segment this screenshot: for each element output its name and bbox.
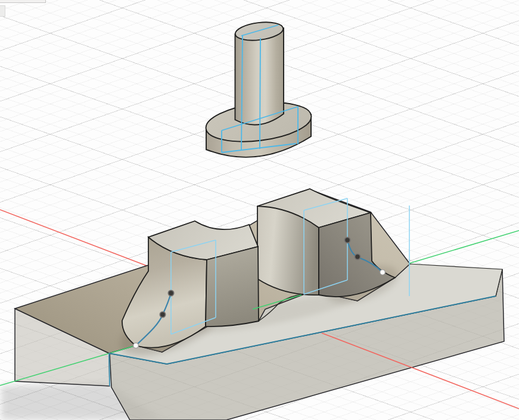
spline-endpoint[interactable] xyxy=(380,270,386,275)
spline-control-point[interactable] xyxy=(160,312,165,317)
scene-root xyxy=(0,20,519,420)
boss1-side-face[interactable] xyxy=(206,247,259,326)
x-axis-back-segment[interactable] xyxy=(0,210,147,266)
spline-control-point[interactable] xyxy=(168,290,173,295)
sketch-line-cylinder-vertical[interactable] xyxy=(260,38,260,149)
cad-viewport[interactable] xyxy=(0,0,519,420)
y-axis-right-segment[interactable] xyxy=(409,231,519,263)
spline-control-point[interactable] xyxy=(344,237,350,242)
sketch-edge-wedge-right[interactable] xyxy=(109,353,110,386)
spline-control-point[interactable] xyxy=(355,254,360,259)
spline-endpoint[interactable] xyxy=(133,343,139,349)
panel-fragment xyxy=(0,5,5,17)
toolbar-fragment xyxy=(0,0,46,3)
scene xyxy=(0,0,519,420)
